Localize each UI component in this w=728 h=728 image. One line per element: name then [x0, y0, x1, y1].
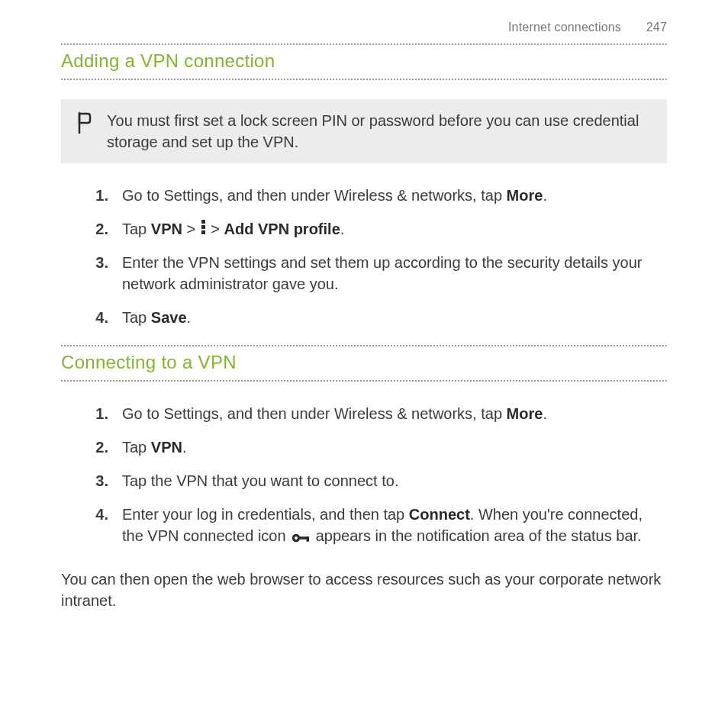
chapter-name: Internet connections	[508, 21, 621, 34]
steps-adding-vpn: Go to Settings, and then under Wireless …	[85, 185, 667, 328]
section-title-adding-vpn: Adding a VPN connection	[61, 43, 667, 80]
steps-connecting-vpn: Go to Settings, and then under Wireless …	[85, 403, 667, 549]
svg-rect-3	[307, 536, 310, 542]
list-item: Tap Save.	[85, 307, 667, 328]
vpn-key-icon	[292, 527, 310, 549]
more-options-icon	[201, 218, 205, 236]
list-item: Tap VPN > > Add VPN profile.	[85, 218, 667, 240]
list-item: Tap the VPN that you want to connect to.	[85, 470, 667, 491]
svg-point-1	[295, 536, 298, 540]
page-number: 247	[646, 19, 667, 36]
note-text: You must first set a lock screen PIN or …	[107, 110, 650, 153]
flag-icon	[76, 111, 93, 140]
list-item: Go to Settings, and then under Wireless …	[85, 403, 667, 424]
list-item: Go to Settings, and then under Wireless …	[85, 185, 667, 206]
section-title-connecting-vpn: Connecting to a VPN	[61, 345, 667, 382]
list-item: Enter the VPN settings and set them up a…	[85, 252, 667, 295]
note-box: You must first set a lock screen PIN or …	[61, 99, 667, 163]
closing-paragraph: You can then open the web browser to acc…	[61, 569, 667, 611]
list-item: Tap VPN.	[85, 436, 667, 458]
page-header: Internet connections 247	[61, 19, 667, 36]
list-item: Enter your log in credentials, and then …	[85, 504, 667, 549]
